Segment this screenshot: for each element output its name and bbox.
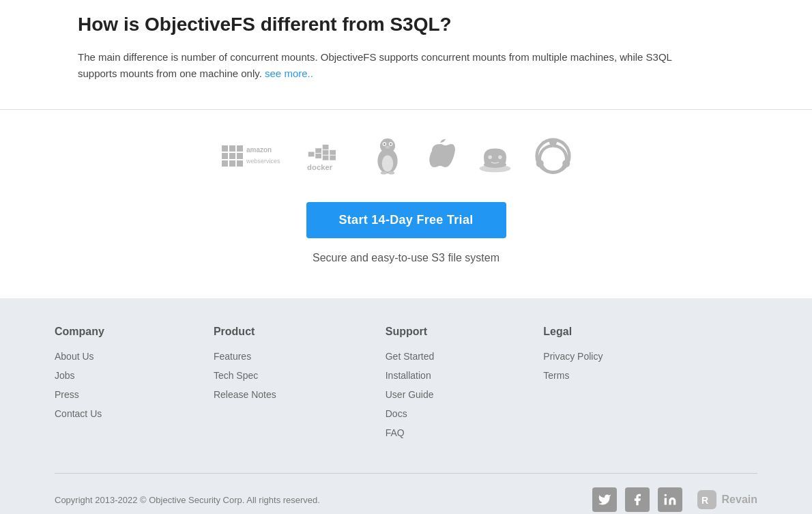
svg-rect-6	[222, 160, 228, 167]
redhat-logo	[476, 137, 514, 175]
description-text: The main difference is number of concurr…	[78, 51, 671, 79]
link-tech-spec[interactable]: Tech Spec	[214, 370, 258, 381]
svg-point-28	[380, 171, 386, 175]
apple-logo	[425, 137, 456, 175]
linux-logo	[371, 137, 405, 175]
logos-row: amazon webservices docker	[220, 137, 592, 175]
linkedin-icon[interactable]	[658, 487, 682, 512]
ubuntu-logo	[534, 137, 572, 175]
svg-rect-13	[315, 154, 321, 158]
copyright-text: Copyright 2013-2022 © Objective Security…	[55, 495, 320, 505]
svg-rect-11	[308, 152, 314, 156]
link-features[interactable]: Features	[214, 351, 251, 362]
svg-rect-14	[322, 144, 328, 149]
svg-point-21	[381, 156, 393, 172]
footer-legal-col: Legal Privacy Policy Terms	[543, 326, 603, 446]
legal-heading: Legal	[543, 326, 603, 338]
svg-text:docker: docker	[307, 162, 333, 171]
svg-rect-18	[330, 155, 336, 160]
cta-button[interactable]: Start 14-Day Free Trial	[306, 202, 506, 238]
footer-columns: Company About Us Jobs Press Contact Us P…	[55, 326, 757, 446]
svg-rect-0	[222, 145, 228, 152]
svg-text:webservices: webservices	[246, 158, 280, 165]
svg-rect-7	[229, 160, 235, 167]
link-faq[interactable]: FAQ	[386, 427, 405, 438]
footer-product-col: Product Features Tech Spec Release Notes	[214, 326, 276, 446]
legal-links: Privacy Policy Terms	[543, 350, 603, 382]
svg-text:amazon: amazon	[246, 146, 272, 154]
svg-rect-4	[229, 153, 235, 159]
facebook-icon[interactable]	[625, 487, 650, 512]
page-heading: How is ObjectiveFS different from S3QL?	[78, 14, 734, 35]
twitter-icon[interactable]	[592, 487, 617, 512]
svg-rect-17	[330, 149, 336, 154]
svg-point-27	[385, 145, 390, 149]
description-paragraph: The main difference is number of concurr…	[78, 49, 678, 82]
footer: Company About Us Jobs Press Contact Us P…	[0, 298, 812, 514]
footer-support-col: Support Get Started Installation User Gu…	[386, 326, 435, 446]
docker-logo: docker	[302, 139, 350, 173]
see-more-link[interactable]: see more..	[265, 68, 313, 79]
support-heading: Support	[386, 326, 435, 338]
product-links: Features Tech Spec Release Notes	[214, 350, 276, 401]
svg-rect-15	[322, 149, 328, 154]
svg-point-32	[488, 156, 492, 160]
amazon-logo: amazon webservices	[220, 137, 282, 175]
svg-point-26	[390, 143, 392, 145]
top-section: How is ObjectiveFS different from S3QL? …	[0, 0, 812, 109]
link-release-notes[interactable]: Release Notes	[214, 389, 276, 400]
link-privacy-policy[interactable]: Privacy Policy	[543, 351, 603, 362]
link-user-guide[interactable]: User Guide	[386, 389, 434, 400]
svg-point-33	[498, 156, 502, 160]
middle-section: amazon webservices docker	[0, 110, 812, 298]
product-heading: Product	[214, 326, 276, 338]
svg-rect-2	[237, 145, 243, 152]
revain-text: Revain	[722, 494, 757, 506]
svg-rect-12	[315, 148, 321, 153]
link-installation[interactable]: Installation	[386, 370, 431, 381]
support-links: Get Started Installation User Guide Docs…	[386, 350, 435, 439]
social-icons	[592, 487, 682, 512]
link-press[interactable]: Press	[55, 389, 79, 400]
svg-rect-16	[322, 155, 328, 160]
svg-point-44	[664, 494, 666, 496]
svg-point-29	[388, 171, 394, 175]
svg-rect-8	[237, 160, 243, 167]
link-jobs[interactable]: Jobs	[55, 370, 75, 381]
link-terms[interactable]: Terms	[543, 370, 569, 381]
company-links: About Us Jobs Press Contact Us	[55, 350, 104, 420]
footer-bottom: Copyright 2013-2022 © Objective Security…	[55, 473, 757, 512]
svg-point-25	[383, 143, 386, 145]
svg-rect-5	[237, 153, 243, 159]
svg-text:R: R	[701, 495, 708, 506]
link-contact-us[interactable]: Contact Us	[55, 408, 102, 419]
link-about-us[interactable]: About Us	[55, 351, 94, 362]
revain-logo: R Revain	[696, 489, 757, 511]
link-docs[interactable]: Docs	[386, 408, 407, 419]
tagline: Secure and easy-to-use S3 file system	[313, 252, 499, 264]
svg-rect-3	[222, 153, 228, 159]
link-get-started[interactable]: Get Started	[386, 351, 435, 362]
company-heading: Company	[55, 326, 104, 338]
footer-company-col: Company About Us Jobs Press Contact Us	[55, 326, 104, 446]
svg-rect-1	[229, 145, 235, 152]
